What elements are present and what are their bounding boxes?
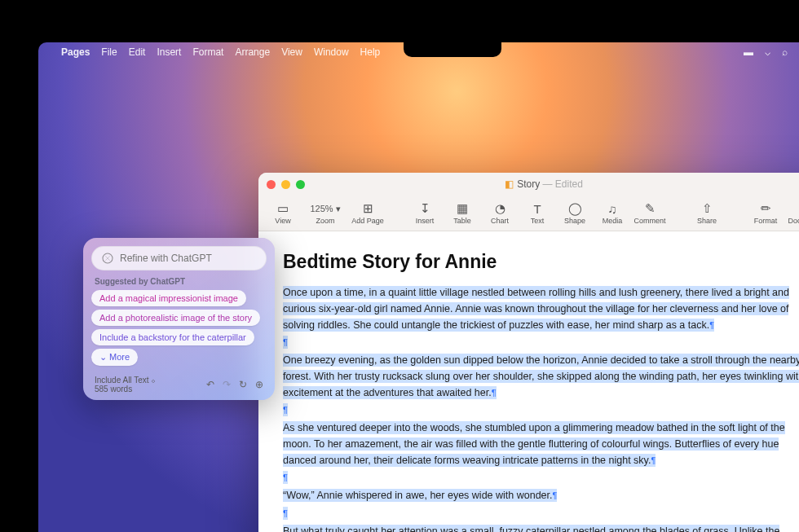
- app-name[interactable]: Pages: [61, 46, 90, 58]
- fullscreen-button[interactable]: [296, 180, 305, 189]
- menu-arrange[interactable]: Arrange: [235, 46, 270, 58]
- pages-window: ◧Story — Edited ▭View 125% ▾Zoom ⊞Add Pa…: [258, 173, 799, 532]
- paragraph[interactable]: Once upon a time, in a quaint little vil…: [283, 286, 789, 332]
- menu-file[interactable]: File: [101, 46, 117, 58]
- toolbar-zoom[interactable]: 125% ▾Zoom: [304, 201, 347, 225]
- toolbar-table[interactable]: ▦Table: [444, 201, 480, 225]
- paragraph[interactable]: As she ventured deeper into the woods, s…: [283, 421, 785, 467]
- refine-input[interactable]: [120, 253, 257, 264]
- minimize-button[interactable]: [281, 180, 290, 189]
- document-icon: ◧: [505, 178, 514, 190]
- suggestion-chip[interactable]: Add a photorealistic image of the story: [91, 310, 260, 326]
- toolbar-format[interactable]: ✏︎Format: [748, 201, 784, 225]
- toolbar-text[interactable]: TText: [519, 201, 555, 225]
- titlebar[interactable]: ◧Story — Edited: [258, 173, 799, 196]
- search-icon[interactable]: ⌕: [782, 46, 788, 58]
- menu-insert[interactable]: Insert: [157, 46, 181, 58]
- toolbar-document[interactable]: 🗎Document: [787, 201, 799, 225]
- toolbar: ▭View 125% ▾Zoom ⊞Add Page ↧Insert ▦Tabl…: [258, 196, 799, 231]
- toolbar-chart[interactable]: ◔Chart: [482, 201, 518, 225]
- redo-icon[interactable]: ↷: [223, 379, 231, 390]
- undo-icon[interactable]: ↶: [206, 379, 214, 390]
- toolbar-add-page[interactable]: ⊞Add Page: [350, 201, 386, 225]
- chatgpt-icon: [101, 252, 114, 265]
- paragraph[interactable]: One breezy evening, as the golden sun di…: [283, 354, 799, 399]
- close-button[interactable]: [267, 180, 276, 189]
- menu-view[interactable]: View: [281, 46, 302, 58]
- refresh-icon[interactable]: ↻: [239, 379, 247, 390]
- menu-help[interactable]: Help: [360, 46, 381, 58]
- chatgpt-refine-panel: Suggested by ChatGPT Add a magical impre…: [83, 238, 275, 400]
- refine-input-wrapper[interactable]: [91, 246, 267, 270]
- toolbar-view[interactable]: ▭View: [265, 201, 301, 225]
- wifi-icon[interactable]: ⌵: [765, 46, 770, 58]
- menu-edit[interactable]: Edit: [129, 46, 146, 58]
- word-count: 585 words: [95, 385, 156, 394]
- suggestion-chip[interactable]: Add a magical impressionist image: [91, 290, 246, 306]
- menu-window[interactable]: Window: [314, 46, 349, 58]
- menu-format[interactable]: Format: [192, 46, 223, 58]
- paragraph[interactable]: But what truly caught her attention was …: [283, 525, 779, 533]
- battery-icon[interactable]: ▬: [744, 46, 753, 58]
- window-title: ◧Story — Edited: [505, 178, 583, 190]
- include-mode[interactable]: Include All Text ⬦: [95, 376, 156, 385]
- suggestion-chip[interactable]: Include a backstory for the caterpillar: [91, 329, 254, 345]
- toolbar-comment[interactable]: ✎Comment: [632, 201, 668, 225]
- suggestion-chip-more[interactable]: ⌄ More: [91, 349, 138, 366]
- toolbar-share[interactable]: ⇧Share: [689, 201, 725, 225]
- document-title[interactable]: Bedtime Story for Annie: [283, 251, 799, 273]
- suggested-label: Suggested by ChatGPT: [95, 277, 263, 286]
- toolbar-media[interactable]: ♫Media: [594, 201, 630, 225]
- toolbar-shape[interactable]: ◯Shape: [557, 201, 593, 225]
- paragraph[interactable]: “Wow,” Annie whispered in awe, her eyes …: [283, 489, 557, 502]
- document-body[interactable]: Bedtime Story for Annie Once upon a time…: [258, 231, 799, 532]
- toolbar-insert[interactable]: ↧Insert: [407, 201, 443, 225]
- expand-icon[interactable]: ⊕: [255, 379, 263, 390]
